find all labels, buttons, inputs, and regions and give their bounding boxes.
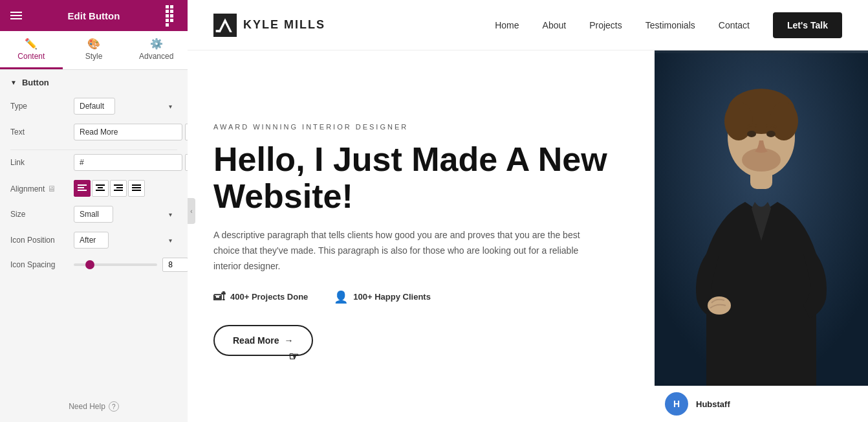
panel-collapse-handle[interactable]: ‹ xyxy=(188,198,195,224)
align-center-icon xyxy=(96,184,105,192)
size-select-wrapper: Small Medium Large xyxy=(74,206,177,223)
hero-image: H Hubstaff xyxy=(655,50,868,422)
icon-spacing-value-input[interactable] xyxy=(162,258,188,272)
style-tab-icon: 🎨 xyxy=(87,38,100,50)
align-justify-icon xyxy=(132,184,141,192)
align-center-btn[interactable] xyxy=(92,180,109,197)
stat-projects: 🛋 400+ Projects Done xyxy=(213,290,308,304)
advanced-tab-icon: ⚙️ xyxy=(150,38,163,50)
help-link[interactable]: Need Help ? xyxy=(10,401,177,412)
panel-header: Edit Button xyxy=(0,0,188,31)
alignment-row: Alignment 🖥 xyxy=(10,180,177,197)
tab-style-label: Style xyxy=(85,52,103,61)
icon-position-select-wrapper: After Before xyxy=(74,232,177,249)
content-tab-icon: ✏️ xyxy=(25,38,38,50)
hero-read-more-button[interactable]: Read More → ☞ xyxy=(213,325,313,356)
stat-clients: 👤 100+ Happy Clients xyxy=(334,290,431,304)
hero-btn-label: Read More xyxy=(233,335,279,346)
nav-projects[interactable]: Projects xyxy=(589,20,622,30)
nav-testimonials[interactable]: Testimonials xyxy=(646,20,695,30)
hero-content: AWARD WINNING INTERIOR DESIGNER Hello, I… xyxy=(188,50,655,422)
text-row: Text ☰ xyxy=(10,124,177,140)
hero-stats: 🛋 400+ Projects Done 👤 100+ Happy Client… xyxy=(213,290,629,304)
clients-icon: 👤 xyxy=(334,290,348,304)
text-label: Text xyxy=(10,128,69,137)
hero-person-svg xyxy=(655,50,868,422)
size-select[interactable]: Small Medium Large xyxy=(74,206,113,223)
type-row: Type Default Info Success Warning Danger xyxy=(10,98,177,115)
nav-contact[interactable]: Contact xyxy=(719,20,750,30)
alignment-control xyxy=(74,180,177,197)
hubstaff-avatar: H xyxy=(665,392,688,416)
icon-spacing-slider[interactable] xyxy=(74,263,157,266)
icon-spacing-row: Icon Spacing xyxy=(10,258,177,272)
site-navbar: KYLE MILLS Home About Projects Testimoni… xyxy=(188,0,868,50)
alignment-group xyxy=(74,180,145,197)
size-row: Size Small Medium Large xyxy=(10,206,177,223)
icon-position-select[interactable]: After Before xyxy=(74,232,109,249)
svg-point-12 xyxy=(766,131,776,137)
logo-text: KYLE MILLS xyxy=(243,18,325,32)
alignment-label-text: Alignment xyxy=(10,184,45,194)
hero-tag: AWARD WINNING INTERIOR DESIGNER xyxy=(213,123,629,131)
icon-position-label: Icon Position xyxy=(10,236,69,245)
hubstaff-bar: H Hubstaff xyxy=(655,386,868,422)
help-label: Need Help xyxy=(69,402,105,411)
site-nav: Home About Projects Testimonials Contact… xyxy=(495,12,842,38)
hero-btn-arrow: → xyxy=(285,335,294,346)
svg-point-11 xyxy=(747,131,756,137)
align-left-icon xyxy=(78,184,87,192)
section-collapse-arrow[interactable]: ▼ xyxy=(10,79,17,86)
nav-home[interactable]: Home xyxy=(495,20,519,30)
cursor-icon: ☞ xyxy=(288,350,299,364)
size-label: Size xyxy=(10,210,69,219)
nav-cta-button[interactable]: Let's Talk xyxy=(773,12,842,38)
size-control: Small Medium Large xyxy=(74,206,177,223)
divider-1 xyxy=(10,150,177,150)
text-input[interactable] xyxy=(74,124,182,140)
icon-position-control: After Before xyxy=(74,232,177,249)
align-right-btn[interactable] xyxy=(110,180,127,197)
tab-style[interactable]: 🎨 Style xyxy=(63,31,125,69)
site-logo: KYLE MILLS xyxy=(213,14,325,37)
main-area: KYLE MILLS Home About Projects Testimoni… xyxy=(188,0,868,422)
type-label: Type xyxy=(10,102,69,111)
link-input[interactable] xyxy=(74,154,182,171)
alignment-label: Alignment 🖥 xyxy=(10,184,69,194)
hubstaff-avatar-text: H xyxy=(673,399,680,409)
help-circle-icon: ? xyxy=(109,401,119,412)
panel-tabs: ✏️ Content 🎨 Style ⚙️ Advanced xyxy=(0,31,188,70)
tab-content-label: Content xyxy=(17,52,45,61)
hero-description: A descriptive paragraph that tells clien… xyxy=(213,228,589,274)
tab-advanced-label: Advanced xyxy=(139,52,173,61)
type-select-wrapper: Default Info Success Warning Danger xyxy=(74,98,177,115)
icon-position-row: Icon Position After Before xyxy=(10,232,177,249)
grid-apps-icon[interactable] xyxy=(166,5,177,27)
panel-footer: Need Help ? xyxy=(0,391,188,422)
panel-content: ▼ Button Type Default Info Success Warni… xyxy=(0,70,188,391)
align-justify-btn[interactable] xyxy=(128,180,145,197)
svg-rect-2 xyxy=(216,30,221,32)
type-select[interactable]: Default Info Success Warning Danger xyxy=(74,98,115,115)
panel-title: Edit Button xyxy=(68,10,120,21)
nav-about[interactable]: About xyxy=(543,20,567,30)
link-label: Link xyxy=(10,158,69,167)
align-left-btn[interactable] xyxy=(74,180,91,197)
stat-projects-label: 400+ Projects Done xyxy=(230,292,308,302)
tab-advanced[interactable]: ⚙️ Advanced xyxy=(125,31,188,69)
edit-panel: Edit Button ✏️ Content 🎨 Style ⚙️ Advanc… xyxy=(0,0,188,422)
type-control: Default Info Success Warning Danger xyxy=(74,98,177,115)
svg-rect-0 xyxy=(213,14,237,37)
icon-spacing-control xyxy=(74,258,188,272)
icon-spacing-label: Icon Spacing xyxy=(10,260,69,269)
hero-title: Hello, I Just Made A New Website! xyxy=(213,141,629,215)
projects-icon: 🛋 xyxy=(213,290,225,304)
hamburger-menu-icon[interactable] xyxy=(10,12,22,19)
link-control: ⚙ ☰ xyxy=(74,154,188,171)
tab-content[interactable]: ✏️ Content xyxy=(0,31,63,69)
text-control: ☰ xyxy=(74,124,188,140)
section-label: Button xyxy=(22,78,49,87)
button-section-header: ▼ Button xyxy=(10,78,177,87)
hubstaff-name: Hubstaff xyxy=(696,399,730,409)
link-row: Link ⚙ ☰ xyxy=(10,154,177,171)
